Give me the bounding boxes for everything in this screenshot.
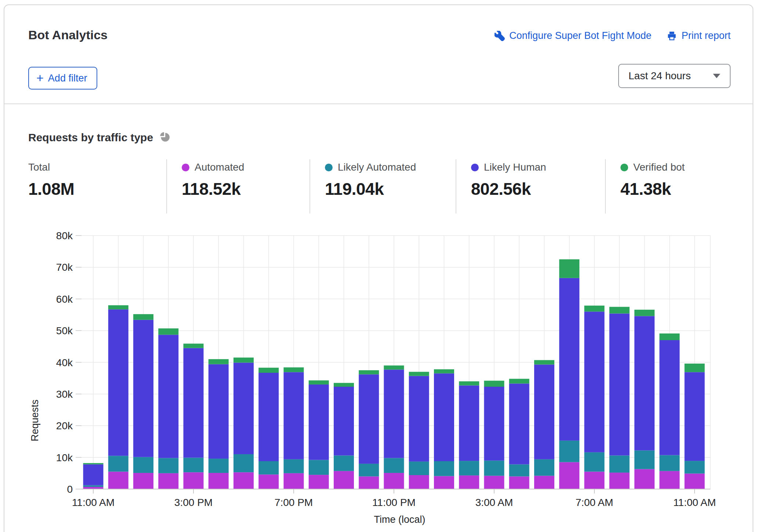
stat-total-label: Total bbox=[28, 161, 50, 173]
bar-500pm[interactable] bbox=[233, 358, 254, 489]
plus-icon: + bbox=[36, 72, 44, 84]
bar-1200am[interactable] bbox=[409, 372, 429, 489]
bar-segment-verified-bot bbox=[334, 383, 354, 387]
bar-segment-likely-automated bbox=[309, 460, 329, 475]
bar-segment-verified-bot bbox=[158, 328, 178, 335]
bar-segment-likely-automated bbox=[459, 461, 479, 475]
bar-segment-automated bbox=[685, 474, 705, 489]
bar-segment-likely-human bbox=[184, 348, 204, 458]
stat-total-value: 1.08M bbox=[28, 179, 166, 199]
bar-segment-verified-bot bbox=[559, 259, 579, 278]
bar-1000am[interactable] bbox=[659, 334, 680, 489]
bar-700am[interactable] bbox=[584, 306, 605, 489]
bar-segment-automated bbox=[509, 476, 529, 489]
bar-segment-verified-bot bbox=[584, 306, 605, 311]
stat-likely-human-label: Likely Human bbox=[484, 161, 546, 173]
bar-segment-likely-human bbox=[609, 313, 630, 455]
likely-automated-legend-dot bbox=[325, 164, 333, 171]
bar-700pm[interactable] bbox=[284, 367, 304, 489]
pie-chart-icon bbox=[159, 131, 170, 144]
bar-segment-likely-automated bbox=[233, 454, 254, 472]
bar-segment-verified-bot bbox=[258, 368, 279, 373]
configure-super-bot-fight-mode-link[interactable]: Configure Super Bot Fight Mode bbox=[495, 30, 651, 41]
bar-segment-likely-automated bbox=[334, 455, 354, 471]
bar-segment-verified-bot bbox=[108, 305, 128, 309]
bar-1100pm[interactable] bbox=[384, 365, 404, 489]
bar-segment-automated bbox=[634, 469, 655, 489]
bar-segment-likely-human bbox=[284, 372, 304, 459]
bar-segment-verified-bot bbox=[434, 369, 454, 374]
bar-900am[interactable] bbox=[634, 310, 655, 489]
bar-segment-likely-automated bbox=[384, 458, 404, 473]
x-tick-label: 11:00 AM bbox=[72, 497, 115, 508]
stat-likely-human: Likely Human 802.56k bbox=[456, 159, 605, 214]
bar-segment-verified-bot bbox=[384, 365, 404, 369]
bar-200am[interactable] bbox=[459, 381, 479, 489]
configure-link-label: Configure Super Bot Fight Mode bbox=[509, 30, 651, 41]
print-report-link[interactable]: Print report bbox=[667, 30, 731, 41]
bar-segment-likely-automated bbox=[559, 441, 579, 462]
bar-segment-automated bbox=[459, 475, 479, 489]
bar-1200pm[interactable] bbox=[108, 305, 128, 489]
bar-800am[interactable] bbox=[609, 307, 630, 489]
bar-segment-automated bbox=[108, 471, 128, 489]
bar-600pm[interactable] bbox=[258, 368, 279, 489]
stat-likely-automated-value: 119.04k bbox=[325, 179, 456, 199]
bar-900pm[interactable] bbox=[334, 383, 354, 489]
bar-400pm[interactable] bbox=[209, 359, 229, 489]
y-axis-title: Requests bbox=[29, 400, 40, 441]
bar-300am[interactable] bbox=[484, 381, 504, 489]
likely-human-legend-dot bbox=[471, 164, 479, 171]
bar-300pm[interactable] bbox=[184, 344, 204, 489]
bar-400am[interactable] bbox=[509, 379, 529, 489]
bar-segment-likely-automated bbox=[685, 461, 705, 474]
bar-segment-verified-bot bbox=[409, 372, 429, 376]
bar-segment-likely-automated bbox=[108, 456, 128, 471]
bar-800pm[interactable] bbox=[309, 380, 329, 489]
bar-segment-likely-human bbox=[309, 385, 329, 460]
add-filter-label: Add filter bbox=[48, 73, 87, 84]
bar-segment-automated bbox=[659, 471, 680, 489]
bar-1100am[interactable] bbox=[685, 364, 705, 489]
bar-segment-likely-human bbox=[359, 374, 379, 464]
bar-500am[interactable] bbox=[534, 360, 554, 489]
bar-segment-likely-human bbox=[584, 311, 605, 452]
bar-100am[interactable] bbox=[434, 369, 454, 489]
section-heading: Requests by traffic type bbox=[28, 131, 153, 144]
bar-100pm[interactable] bbox=[133, 314, 153, 489]
bar-1100am[interactable] bbox=[83, 463, 104, 489]
x-tick-label: 3:00 PM bbox=[174, 497, 213, 508]
bar-segment-automated bbox=[534, 476, 554, 489]
bar-segment-likely-human bbox=[559, 278, 579, 441]
stat-automated: Automated 118.52k bbox=[166, 159, 309, 214]
bar-segment-likely-human bbox=[334, 387, 354, 455]
bar-segment-verified-bot bbox=[609, 307, 630, 313]
automated-legend-dot bbox=[182, 164, 189, 171]
bar-segment-likely-automated bbox=[509, 464, 529, 477]
page-title: Bot Analytics bbox=[28, 28, 108, 42]
time-range-select[interactable]: Last 24 hours bbox=[618, 64, 731, 88]
bar-segment-verified-bot bbox=[209, 359, 229, 364]
add-filter-button[interactable]: + Add filter bbox=[28, 67, 97, 90]
bar-segment-verified-bot bbox=[233, 358, 254, 363]
stat-total: Total 1.08M bbox=[28, 159, 166, 214]
bar-segment-automated bbox=[609, 473, 630, 489]
bar-segment-likely-human bbox=[158, 335, 178, 458]
bar-segment-likely-automated bbox=[609, 455, 630, 473]
bar-600am[interactable] bbox=[559, 259, 579, 489]
bar-segment-automated bbox=[484, 476, 504, 489]
bar-segment-likely-human bbox=[409, 376, 429, 462]
bar-1000pm[interactable] bbox=[359, 370, 379, 489]
bar-segment-likely-human bbox=[384, 369, 404, 458]
x-tick-label: 11:00 PM bbox=[372, 497, 416, 508]
requests-by-traffic-type-chart: 010k20k30k40k50k60k70k80k11:00 AM3:00 PM… bbox=[0, 220, 757, 532]
bar-200pm[interactable] bbox=[158, 328, 178, 489]
bar-segment-likely-automated bbox=[634, 451, 655, 469]
bar-segment-likely-automated bbox=[484, 460, 504, 475]
bar-segment-likely-automated bbox=[584, 452, 605, 472]
y-tick-label: 0 bbox=[67, 484, 73, 495]
bar-segment-verified-bot bbox=[133, 314, 153, 320]
y-tick-label: 10k bbox=[56, 452, 73, 463]
bar-segment-verified-bot bbox=[309, 380, 329, 385]
bar-segment-likely-human bbox=[233, 362, 254, 454]
